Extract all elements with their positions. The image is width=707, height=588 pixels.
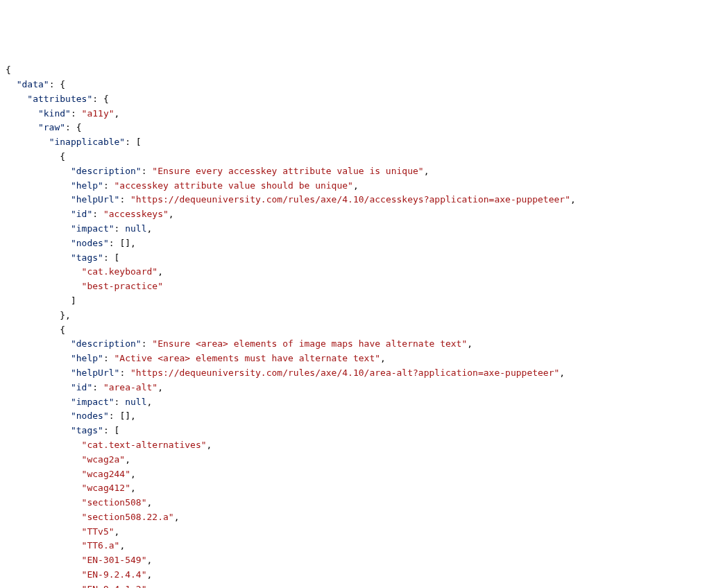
json-viewer: { "data": { "attributes": { "kind": "a11… <box>6 63 701 588</box>
